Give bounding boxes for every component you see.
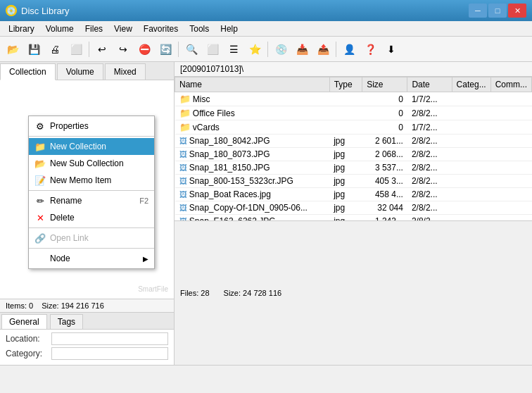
toolbar-user[interactable]: 👤 xyxy=(339,39,359,59)
table-row[interactable]: 🖼 Snap_800-153_5323cr.JPGjpg405 3...2/8/… xyxy=(175,175,532,188)
table-row[interactable]: 🖼 Snap_Copy-Of-1DN_0905-06...jpg32 0442/… xyxy=(175,201,532,215)
toolbar-forward[interactable]: ↪ xyxy=(113,39,133,59)
cm-open-link[interactable]: 🔗 Open Link xyxy=(29,230,154,247)
cell-size: 2 601... xyxy=(362,135,407,148)
col-cat[interactable]: Categ... xyxy=(452,77,490,92)
cm-sep-1 xyxy=(29,136,154,137)
cell-cat xyxy=(452,120,490,135)
table-row[interactable]: 📁 Misc01/7/2... xyxy=(175,92,532,106)
cell-comm xyxy=(490,201,531,215)
cell-type: jpg xyxy=(329,188,362,201)
cm-new-collection[interactable]: 📁 New Collection xyxy=(29,138,154,155)
cell-name: 🖼 Snap_181_8150.JPG xyxy=(175,161,330,175)
minimize-button[interactable]: ─ xyxy=(469,4,487,18)
cm-rename-label: Rename xyxy=(50,196,135,206)
cell-size: 0 xyxy=(362,106,407,120)
table-row[interactable]: 🖼 Snap_180_8042.JPGjpg2 601...2/8/2... xyxy=(175,135,532,148)
col-name[interactable]: Name xyxy=(175,77,330,92)
node-icon xyxy=(34,253,46,264)
cell-name: 🖼 Snap_Boat Races.jpg xyxy=(175,188,330,201)
file-table: Name Type Size Date Categ... Comm... 📁 M… xyxy=(175,77,532,220)
cell-cat xyxy=(452,92,490,106)
toolbar-disc[interactable]: 💿 xyxy=(271,39,291,59)
tab-volume[interactable]: Volume xyxy=(57,63,103,80)
cm-new-memo-item[interactable]: 📝 New Memo Item xyxy=(29,172,154,189)
cell-type: jpg xyxy=(329,215,362,221)
new-collection-icon: 📁 xyxy=(34,141,46,152)
cm-sep-4 xyxy=(29,248,154,249)
menu-library[interactable]: Library xyxy=(3,23,40,35)
location-row: Location: xyxy=(6,332,168,345)
main-area: Collection Volume Mixed ⚙ Properties 📁 N… xyxy=(0,62,532,365)
cm-new-memo-label: New Memo Item xyxy=(50,175,148,185)
cell-size: 0 xyxy=(362,120,407,135)
cell-type xyxy=(329,92,362,106)
toolbar-stop[interactable]: ⛔ xyxy=(134,39,154,59)
toolbar-import[interactable]: 📥 xyxy=(292,39,312,59)
toolbar-export[interactable]: 📤 xyxy=(313,39,333,59)
cell-cat xyxy=(452,161,490,175)
cell-size: 458 4... xyxy=(362,188,407,201)
close-button[interactable]: ✕ xyxy=(508,4,526,18)
cm-delete-label: Delete xyxy=(50,213,148,223)
tab-tags[interactable]: Tags xyxy=(50,314,83,329)
toolbar-save[interactable]: 💾 xyxy=(24,39,44,59)
cm-new-sub-collection[interactable]: 📂 New Sub Collection xyxy=(29,155,154,172)
folder-icon: 📁 xyxy=(179,122,191,132)
location-input[interactable] xyxy=(51,332,168,345)
toolbar-favorite[interactable]: ⭐ xyxy=(245,39,265,59)
table-row[interactable]: 🖼 Snap_180_8073.JPGjpg2 068...2/8/2... xyxy=(175,148,532,161)
col-size[interactable]: Size xyxy=(362,77,407,92)
tab-collection[interactable]: Collection xyxy=(0,63,56,80)
cell-type: jpg xyxy=(329,201,362,215)
table-row[interactable]: 🖼 Snap_E163_6362.JPGjpg1 343...2/8/2... xyxy=(175,215,532,221)
toolbar-layout[interactable]: ⬜ xyxy=(203,39,222,59)
toolbar-props[interactable]: ⬜ xyxy=(66,39,86,59)
toolbar-columns[interactable]: ☰ xyxy=(224,39,243,59)
tab-mixed[interactable]: Mixed xyxy=(105,63,146,80)
toolbar-update[interactable]: ⬇ xyxy=(381,39,401,59)
toolbar-open[interactable]: 📂 xyxy=(3,39,23,59)
tab-general[interactable]: General xyxy=(1,314,47,329)
menu-volume[interactable]: Volume xyxy=(40,23,80,35)
rename-shortcut: F2 xyxy=(139,196,148,205)
cell-date: 2/8/2... xyxy=(407,135,452,148)
toolbar-help[interactable]: ❓ xyxy=(360,39,380,59)
table-header: Name Type Size Date Categ... Comm... xyxy=(175,77,532,92)
tree-area[interactable]: ⚙ Properties 📁 New Collection 📂 New Sub … xyxy=(0,80,174,299)
cm-delete[interactable]: ✕ Delete xyxy=(29,209,154,226)
toolbar-refresh[interactable]: 🔄 xyxy=(156,39,175,59)
cell-date: 2/8/2... xyxy=(407,215,452,221)
cm-node[interactable]: Node ▶ xyxy=(29,250,154,267)
table-row[interactable]: 📁 Office Files02/8/2... xyxy=(175,106,532,120)
col-type[interactable]: Type xyxy=(329,77,362,92)
table-row[interactable]: 🖼 Snap_Boat Races.jpgjpg458 4...2/8/2... xyxy=(175,188,532,201)
right-panel: [200901071013]\ Name Type Size Date Cate… xyxy=(175,62,532,365)
cm-rename[interactable]: ✏ Rename F2 xyxy=(29,192,154,209)
file-list[interactable]: Name Type Size Date Categ... Comm... 📁 M… xyxy=(175,77,532,220)
menu-view[interactable]: View xyxy=(108,23,138,35)
cell-cat xyxy=(452,215,490,221)
toolbar-search[interactable]: 🔍 xyxy=(182,39,201,59)
menu-favorites[interactable]: Favorites xyxy=(138,23,184,35)
cm-properties[interactable]: ⚙ Properties xyxy=(29,118,154,135)
menu-tools[interactable]: Tools xyxy=(184,23,215,35)
col-comm[interactable]: Comm... xyxy=(490,77,531,92)
table-row[interactable]: 📁 vCards01/7/2... xyxy=(175,120,532,135)
maximize-button[interactable]: □ xyxy=(488,4,507,18)
col-date[interactable]: Date xyxy=(407,77,452,92)
cell-date: 2/8/2... xyxy=(407,161,452,175)
cell-date: 1/7/2... xyxy=(407,120,452,135)
menu-help[interactable]: Help xyxy=(215,23,243,35)
cell-comm xyxy=(490,92,531,106)
toolbar-back[interactable]: ↩ xyxy=(92,39,112,59)
toolbar-sep-3 xyxy=(267,42,268,57)
toolbar-print[interactable]: 🖨 xyxy=(45,39,65,59)
cell-date: 2/8/2... xyxy=(407,188,452,201)
table-row[interactable]: 🖼 Snap_181_8150.JPGjpg3 537...2/8/2... xyxy=(175,161,532,175)
menu-files[interactable]: Files xyxy=(80,23,108,35)
toolbar: 📂 💾 🖨 ⬜ ↩ ↪ ⛔ 🔄 🔍 ⬜ ☰ ⭐ 💿 📥 📤 👤 ❓ ⬇ xyxy=(0,37,532,62)
category-row: Category: xyxy=(6,347,168,360)
open-link-icon: 🔗 xyxy=(34,232,46,244)
category-input[interactable] xyxy=(51,347,168,360)
